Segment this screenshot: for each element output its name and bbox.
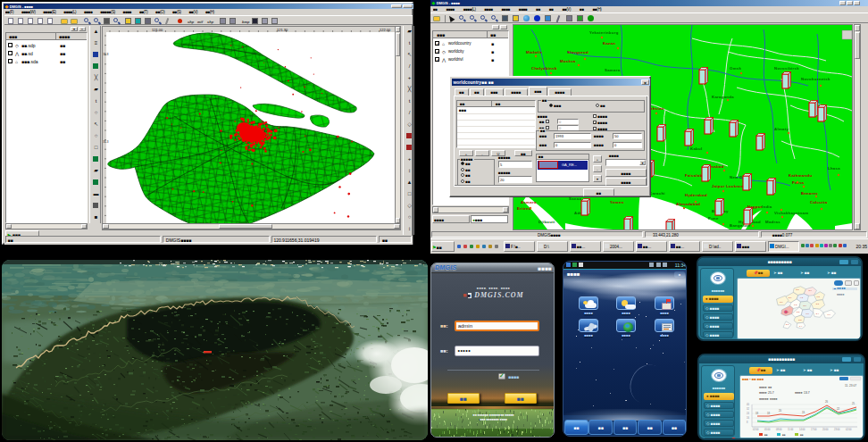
svg-text:122.00: 122.00 xyxy=(380,28,391,32)
svg-text:Moskva: Moskva xyxy=(560,59,576,63)
svg-text:Samara: Samara xyxy=(605,68,621,72)
svg-text:18: 18 xyxy=(755,412,759,415)
svg-text:Chalyabinsk: Chalyabinsk xyxy=(531,66,557,71)
svg-text:■■■■■: ■■■■: ■■■■■: ■■■■ xyxy=(759,397,777,401)
svg-text:24: 24 xyxy=(747,412,749,415)
svg-text:Djibouti: Djibouti xyxy=(538,220,555,224)
svg-text:Karaganda: Karaganda xyxy=(712,95,734,99)
svg-text:18: 18 xyxy=(767,412,771,415)
svg-text:Karachi: Karachi xyxy=(649,191,665,196)
svg-text:Eritrea: Eritrea xyxy=(517,206,531,211)
svg-text:■■■■: ■■■■ xyxy=(837,293,844,296)
svg-text:Pune: Pune xyxy=(708,216,719,221)
svg-text:Yemen: Yemen xyxy=(610,200,623,204)
svg-text:Yekaterinburg: Yekaterinburg xyxy=(589,30,619,35)
svg-text:■■■■: 13.7: ■■■■: 13.7 xyxy=(795,391,810,395)
svg-text:08:00: 08:00 xyxy=(776,428,782,431)
svg-text:121.30: 121.30 xyxy=(277,28,288,32)
svg-text:Vishakhapatnam: Vishakhapatnam xyxy=(774,211,808,215)
svg-text:121.00: 121.00 xyxy=(152,28,163,32)
svg-text:☁ ■■ ■■: ☁ ■■ ■■ xyxy=(833,287,845,290)
svg-text:22: 22 xyxy=(837,407,840,411)
svg-text:8: 8 xyxy=(747,421,748,424)
svg-text:Kathmandu: Kathmandu xyxy=(789,173,812,178)
svg-text:Ahmadabad: Ahmadabad xyxy=(676,202,700,206)
svg-text:Mialwlir: Mialwlir xyxy=(526,50,542,54)
svg-text:11. 23:07: 11. 23:07 xyxy=(845,384,856,388)
svg-text:17:00: 17:00 xyxy=(811,428,817,431)
svg-text:■■■ • ■■ ■■■: ■■■ • ■■ ■■■ xyxy=(742,377,764,381)
svg-text:Madras: Madras xyxy=(765,220,780,224)
svg-text:02:00: 02:00 xyxy=(846,428,852,431)
svg-text:■■■■: ■■: ■■■■: ■■ xyxy=(759,386,772,389)
svg-text:■■: ■■ xyxy=(764,433,768,437)
svg-text:India: India xyxy=(762,204,772,209)
svg-text:02:00: 02:00 xyxy=(753,428,759,431)
svg-text:Omsk: Omsk xyxy=(730,66,741,71)
svg-text:11:00: 11:00 xyxy=(788,428,794,431)
svg-text:Calcutta: Calcutta xyxy=(810,200,828,204)
svg-text:23:00: 23:00 xyxy=(834,428,840,431)
svg-text:16: 16 xyxy=(747,416,749,420)
svg-text:Almaty: Almaty xyxy=(774,127,789,131)
svg-text:14:00: 14:00 xyxy=(799,428,805,431)
svg-text:31.3: 31.3 xyxy=(104,140,109,144)
svg-text:31.8: 31.8 xyxy=(104,53,109,56)
svg-text:Benares: Benares xyxy=(801,191,818,196)
svg-text:32: 32 xyxy=(747,407,749,411)
svg-text:25: 25 xyxy=(852,402,855,405)
svg-text:Hyderabad: Hyderabad xyxy=(685,193,707,197)
svg-text:05:00: 05:00 xyxy=(764,428,771,431)
svg-text:20: 20 xyxy=(779,409,782,413)
svg-text:Novosibirsk: Novosibirsk xyxy=(774,66,799,71)
svg-text:■■■■: 25.7: ■■■■: 25.7 xyxy=(759,391,774,395)
svg-text:Slovgorod: Slovgorod xyxy=(567,50,588,54)
svg-text:■■: ■■ xyxy=(800,433,804,437)
svg-text:19: 19 xyxy=(802,411,805,414)
svg-text:Lhasa: Lhasa xyxy=(828,166,840,171)
svg-text:Asmara: Asmara xyxy=(521,200,537,204)
svg-text:26: 26 xyxy=(825,400,829,404)
svg-text:Kabul: Kabul xyxy=(690,146,702,151)
svg-text:Novokuznetsk: Novokuznetsk xyxy=(801,77,830,81)
svg-text:Kazan: Kazan xyxy=(603,41,615,46)
svg-text:■■: ■■ xyxy=(782,433,786,437)
svg-text:40: 40 xyxy=(747,403,749,406)
svg-text:Jaipur Lucknow: Jaipur Lucknow xyxy=(712,184,745,188)
svg-text:20:00: 20:00 xyxy=(822,428,829,431)
